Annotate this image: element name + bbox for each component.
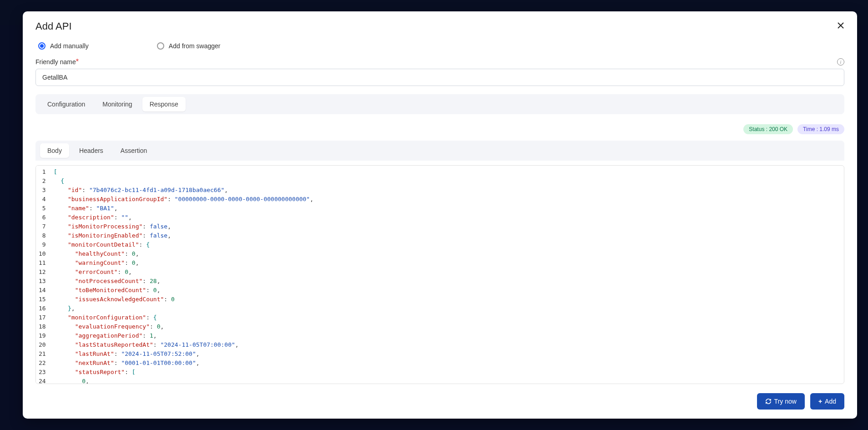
refresh-icon (765, 398, 772, 405)
radio-add-manually[interactable]: Add manually (38, 42, 89, 50)
radio-add-from-swagger[interactable]: Add from swagger (157, 42, 221, 50)
radio-icon (38, 42, 45, 50)
sub-tab-body[interactable]: Body (40, 143, 69, 158)
sub-tab-headers[interactable]: Headers (72, 143, 111, 158)
add-button[interactable]: + Add (810, 393, 844, 410)
required-star-icon: * (76, 58, 79, 66)
add-label: Add (825, 398, 836, 405)
try-now-label: Try now (774, 398, 797, 405)
info-icon[interactable]: i (837, 58, 844, 66)
radio-label: Add from swagger (169, 42, 221, 50)
close-icon (837, 22, 844, 29)
sub-tab-assertion[interactable]: Assertion (113, 143, 154, 158)
tab-configuration[interactable]: Configuration (40, 97, 92, 111)
code-area[interactable]: [ { "id": "7b4076c2-bc11-4fd1-a09d-1718b… (51, 166, 844, 384)
tab-monitoring[interactable]: Monitoring (95, 97, 139, 111)
response-sub-tabs: Body Headers Assertion (35, 141, 844, 161)
modal-title: Add API (35, 20, 72, 32)
response-body-editor[interactable]: 1234567891011121314151617181920212223242… (35, 165, 844, 384)
tab-response[interactable]: Response (142, 97, 186, 111)
close-button[interactable] (837, 22, 844, 31)
time-badge: Time : 1.09 ms (797, 124, 844, 134)
status-badge: Status : 200 OK (743, 124, 793, 134)
radio-icon (157, 42, 164, 50)
try-now-button[interactable]: Try now (757, 393, 805, 410)
add-api-modal: Add API Add manually Add from swagger Fr… (23, 11, 857, 419)
main-tabs: Configuration Monitoring Response (35, 94, 844, 114)
line-gutter: 1234567891011121314151617181920212223242… (36, 166, 51, 384)
plus-icon: + (818, 398, 822, 405)
radio-label: Add manually (50, 42, 89, 50)
friendly-name-input[interactable] (35, 69, 844, 86)
friendly-name-label: Friendly name (35, 58, 76, 66)
